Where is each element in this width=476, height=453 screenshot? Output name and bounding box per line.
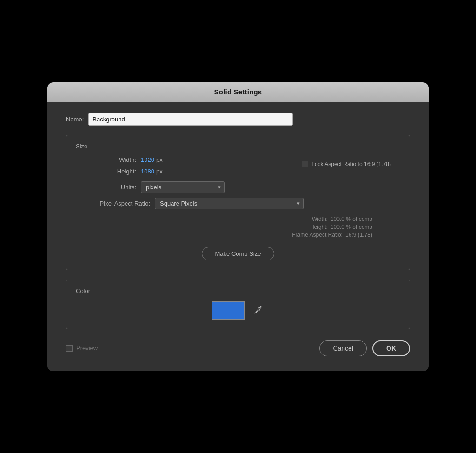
cancel-button[interactable]: Cancel: [319, 340, 367, 356]
stat-height-row: Height: 100.0 % of comp: [310, 224, 372, 230]
pixel-aspect-select-wrapper: Square Pixels D1/DV NTSC (0.91) D1/DV PA…: [155, 198, 304, 209]
ok-button[interactable]: OK: [372, 340, 410, 356]
preview-label: Preview: [76, 345, 98, 352]
preview-checkbox[interactable]: [66, 345, 73, 352]
color-swatch-row: [76, 301, 400, 320]
height-row: Height: 1080 px: [76, 168, 302, 175]
units-label: Units:: [76, 184, 136, 191]
stats-area: Width: 100.0 % of comp Height: 100.0 % o…: [76, 216, 400, 240]
stat-frame-label: Frame Aspect Ratio:: [292, 232, 343, 238]
lock-aspect-checkbox[interactable]: [302, 161, 308, 167]
width-unit: px: [156, 156, 163, 163]
preview-row: Preview: [66, 345, 98, 352]
color-section: Color: [66, 280, 410, 329]
svg-line-0: [255, 312, 257, 313]
stat-width-label: Width:: [312, 216, 328, 222]
dialog-titlebar: Solid Settings: [47, 82, 429, 102]
height-unit: px: [156, 168, 163, 175]
solid-settings-dialog: Solid Settings Name: Size Width: 1920 px: [47, 82, 429, 371]
dialog-title: Solid Settings: [214, 88, 262, 96]
dialog-body: Name: Size Width: 1920 px Height: 1080: [47, 102, 429, 371]
units-row: Units: pixels inches centimeters millime…: [76, 181, 302, 193]
size-fields-row: Width: 1920 px Height: 1080 px Units:: [76, 156, 400, 193]
pixel-aspect-select[interactable]: Square Pixels D1/DV NTSC (0.91) D1/DV PA…: [155, 198, 304, 209]
make-comp-btn-row: Make Comp Size: [76, 247, 400, 260]
lock-aspect-label: Lock Aspect Ratio to 16:9 (1.78): [311, 161, 391, 167]
height-label: Height:: [76, 168, 136, 175]
color-swatch[interactable]: [212, 301, 245, 320]
color-section-label: Color: [76, 287, 400, 294]
stat-width-row: Width: 100.0 % of comp: [312, 216, 372, 222]
width-row: Width: 1920 px: [76, 156, 302, 163]
width-label: Width:: [76, 156, 136, 163]
units-select-wrapper: pixels inches centimeters millimeters: [141, 181, 225, 193]
width-value[interactable]: 1920: [141, 156, 154, 163]
name-row: Name:: [66, 113, 410, 126]
size-section: Size Width: 1920 px Height: 1080 px: [66, 135, 410, 270]
pixel-aspect-row: Pixel Aspect Ratio: Square Pixels D1/DV …: [76, 198, 400, 209]
lock-aspect-row: Lock Aspect Ratio to 16:9 (1.78): [302, 156, 400, 167]
dialog-footer: Preview Cancel OK: [66, 340, 410, 358]
stat-height-label: Height:: [310, 224, 328, 230]
footer-buttons: Cancel OK: [319, 340, 410, 356]
stat-frame-value: 16:9 (1.78): [345, 232, 372, 238]
name-input[interactable]: [88, 113, 293, 126]
make-comp-size-button[interactable]: Make Comp Size: [202, 247, 275, 260]
name-label: Name:: [66, 116, 84, 123]
lock-aspect-container: Lock Aspect Ratio to 16:9 (1.78): [302, 161, 391, 167]
units-select[interactable]: pixels inches centimeters millimeters: [141, 181, 225, 193]
stat-width-value: 100.0 % of comp: [331, 216, 372, 222]
size-left-col: Width: 1920 px Height: 1080 px Units:: [76, 156, 302, 193]
size-section-label: Size: [76, 143, 400, 150]
pixel-aspect-label: Pixel Aspect Ratio:: [76, 200, 150, 207]
stat-frame-row: Frame Aspect Ratio: 16:9 (1.78): [292, 232, 372, 238]
eyedropper-button[interactable]: [251, 304, 264, 317]
height-value[interactable]: 1080: [141, 168, 154, 175]
stat-height-value: 100.0 % of comp: [331, 224, 372, 230]
